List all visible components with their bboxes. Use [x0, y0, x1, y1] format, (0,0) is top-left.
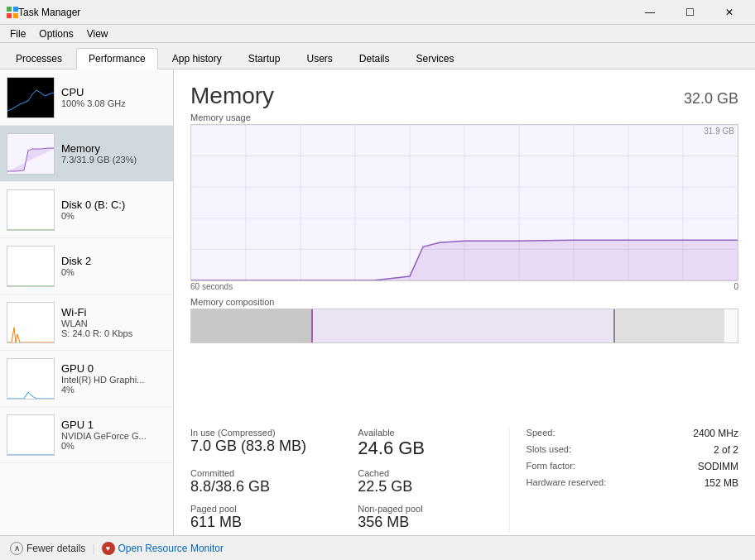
tab-details[interactable]: Details	[347, 48, 402, 69]
memory-info: Memory 7.3/31.9 GB (23%)	[61, 142, 166, 165]
cpu-thumbnail	[7, 77, 55, 118]
disk2-thumbnail	[7, 246, 55, 287]
sidebar-item-wifi[interactable]: Wi-Fi WLAN S: 24.0 R: 0 Kbps	[0, 294, 173, 351]
sidebar-item-memory[interactable]: Memory 7.3/31.9 GB (23%)	[0, 126, 173, 182]
memory-label: Memory	[61, 142, 166, 155]
stats-right: Speed: 2400 MHz Slots used: 2 of 2 Form …	[509, 428, 738, 532]
disk0-label: Disk 0 (B: C:)	[61, 199, 166, 211]
gpu0-thumbnail	[7, 358, 55, 400]
comp-seg-hardware	[615, 309, 724, 342]
fewer-details-button[interactable]: ∧ Fewer details	[10, 542, 85, 555]
gpu1-detail1: NVIDIA GeForce G...	[61, 431, 166, 441]
cpu-label: CPU	[61, 86, 166, 98]
tabbar: Processes Performance App history Startu…	[0, 43, 755, 69]
stat-speed-row: Speed: 2400 MHz	[527, 428, 738, 439]
wifi-thumbnail	[7, 302, 55, 343]
tab-users[interactable]: Users	[294, 48, 344, 69]
stat-hwreserved-row: Hardware reserved: 152 MB	[527, 477, 738, 489]
stat-form-value: SODIMM	[698, 461, 738, 472]
stat-inuse-label: In use (Compressed)	[190, 428, 341, 438]
composition-bar	[190, 309, 738, 343]
resource-monitor-icon: ♥	[102, 542, 115, 555]
disk2-info: Disk 2 0%	[61, 255, 166, 277]
stat-inuse-value: 7.0 GB (83.8 MB)	[190, 438, 341, 456]
gpu0-info: GPU 0 Intel(R) HD Graphi... 4%	[61, 362, 166, 395]
svg-rect-0	[7, 7, 12, 12]
chart-section: Memory usage 31.9 GB	[190, 112, 738, 419]
menu-view[interactable]: View	[80, 26, 115, 41]
memory-thumbnail	[7, 133, 55, 175]
gpu0-label: GPU 0	[61, 362, 166, 375]
disk0-info: Disk 0 (B: C:) 0%	[61, 199, 166, 221]
open-resource-monitor-label: Open Resource Monitor	[118, 543, 224, 554]
gpu1-detail2: 0%	[61, 441, 166, 451]
wifi-info: Wi-Fi WLAN S: 24.0 R: 0 Kbps	[61, 306, 166, 338]
stat-speed-value: 2400 MHz	[693, 428, 738, 439]
gpu1-label: GPU 1	[61, 419, 166, 431]
gpu0-detail1: Intel(R) HD Graphi...	[61, 375, 166, 385]
chart-label: Memory usage	[190, 112, 738, 122]
tab-apphistory[interactable]: App history	[160, 48, 234, 69]
titlebar: Task Manager — ☐ ✕	[0, 0, 755, 25]
stat-cached-label: Cached	[358, 468, 508, 478]
content-total: 32.0 GB	[684, 90, 738, 108]
content-header: Memory 32.0 GB	[190, 83, 738, 109]
sidebar: CPU 100% 3.08 GHz Memory 7.3/31.9 GB (23…	[0, 69, 174, 535]
stat-slots-row: Slots used: 2 of 2	[527, 444, 738, 456]
chart-time-left: 60 seconds	[190, 282, 233, 291]
svg-marker-23	[191, 240, 738, 280]
minimize-button[interactable]: —	[631, 0, 669, 25]
close-button[interactable]: ✕	[710, 0, 748, 25]
memory-detail: 7.3/31.9 GB (23%)	[61, 155, 166, 165]
sidebar-item-gpu0[interactable]: GPU 0 Intel(R) HD Graphi... 4%	[0, 351, 173, 407]
stats-left: In use (Compressed) 7.0 GB (83.8 MB) Ava…	[190, 428, 509, 532]
open-resource-monitor-link[interactable]: ♥ Open Resource Monitor	[102, 542, 224, 555]
fewer-details-label: Fewer details	[26, 543, 85, 554]
tab-startup[interactable]: Startup	[236, 48, 293, 69]
tab-performance[interactable]: Performance	[76, 48, 158, 69]
stat-speed-label: Speed:	[527, 428, 555, 439]
app-icon	[7, 7, 18, 18]
chart-top-value: 31.9 GB	[704, 127, 734, 136]
sidebar-item-gpu1[interactable]: GPU 1 NVIDIA GeForce G... 0%	[0, 407, 173, 463]
menubar: File Options View	[0, 25, 755, 43]
disk0-thumbnail	[7, 189, 55, 231]
stat-paged-label: Paged pool	[190, 504, 341, 514]
stat-available: Available 24.6 GB	[358, 428, 508, 459]
sidebar-item-disk2[interactable]: Disk 2 0%	[0, 238, 173, 294]
stat-slots-value: 2 of 2	[714, 444, 738, 456]
stat-committed-value: 8.8/38.6 GB	[190, 478, 341, 496]
content-area: Memory 32.0 GB Memory usage 31.9 GB	[174, 69, 755, 535]
menu-options[interactable]: Options	[32, 26, 79, 41]
svg-rect-2	[7, 13, 12, 18]
maximize-button[interactable]: ☐	[671, 0, 709, 25]
tab-processes[interactable]: Processes	[3, 48, 75, 69]
sidebar-item-disk0[interactable]: Disk 0 (B: C:) 0%	[0, 182, 173, 238]
cpu-info: CPU 100% 3.08 GHz	[61, 86, 166, 108]
stat-hwreserved-value: 152 MB	[705, 477, 738, 489]
comp-seg-inuse	[191, 309, 311, 342]
footer-divider: |	[92, 543, 94, 554]
stat-form-row: Form factor: SODIMM	[527, 461, 738, 472]
gpu1-thumbnail	[7, 414, 55, 456]
chart-time-row: 60 seconds 0	[190, 281, 738, 292]
window-controls: — ☐ ✕	[631, 0, 748, 25]
disk2-label: Disk 2	[61, 255, 166, 267]
main-layout: CPU 100% 3.08 GHz Memory 7.3/31.9 GB (23…	[0, 69, 755, 535]
window-title: Task Manager	[18, 7, 631, 18]
footer: ∧ Fewer details | ♥ Open Resource Monito…	[0, 535, 755, 560]
sidebar-item-cpu[interactable]: CPU 100% 3.08 GHz	[0, 69, 173, 126]
comp-seg-available	[313, 309, 613, 342]
stat-available-label: Available	[358, 428, 508, 438]
tab-services[interactable]: Services	[404, 48, 467, 69]
gpu1-info: GPU 1 NVIDIA GeForce G... 0%	[61, 419, 166, 451]
stat-available-value: 24.6 GB	[358, 438, 508, 459]
gpu0-detail2: 4%	[61, 385, 166, 395]
stat-cached-value: 22.5 GB	[358, 478, 508, 496]
stat-slots-label: Slots used:	[527, 444, 571, 456]
memory-chart: 31.9 GB	[190, 124, 738, 281]
menu-file[interactable]: File	[3, 26, 32, 41]
content-title: Memory	[190, 83, 274, 109]
stat-paged-value: 611 MB	[190, 514, 341, 532]
stat-cached: Cached 22.5 GB	[358, 468, 508, 496]
